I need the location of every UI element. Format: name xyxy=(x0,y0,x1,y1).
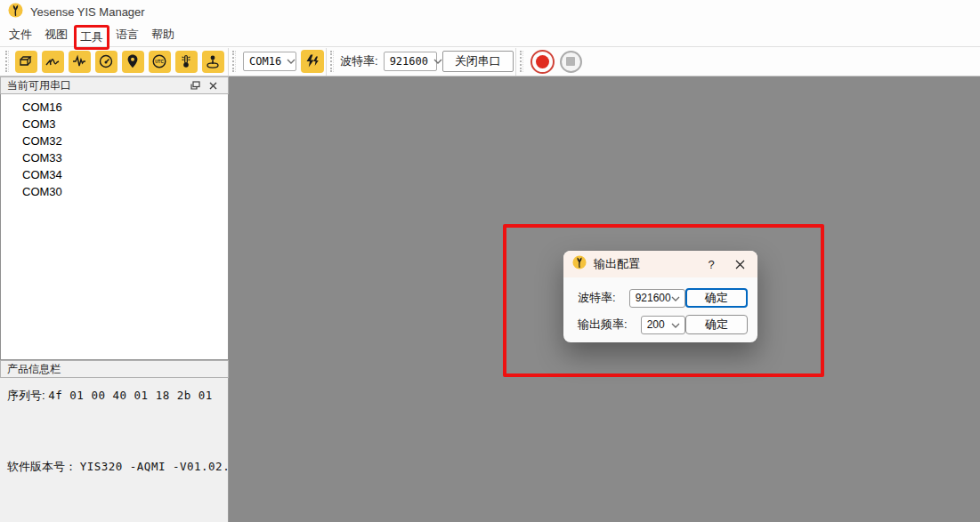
dialog-baud-select[interactable]: 921600 xyxy=(629,289,685,308)
menu-file[interactable]: 文件 xyxy=(3,23,38,46)
menu-view[interactable]: 视图 xyxy=(38,23,74,46)
left-dock-panel: 当前可用串口 COM16 COM3 COM32 COM33 COM34 COM3… xyxy=(0,76,229,522)
toolbar-grip[interactable] xyxy=(232,51,236,72)
available-ports-list: COM16 COM3 COM32 COM33 COM34 COM30 xyxy=(0,94,229,360)
dialog-logo-icon xyxy=(572,255,587,273)
app-logo-icon xyxy=(8,3,23,21)
utc-clock-icon[interactable]: UTC xyxy=(149,51,171,73)
software-version-label: 软件版本号： xyxy=(7,460,77,473)
svg-text:UTC: UTC xyxy=(155,60,164,64)
port-select-value: COM16 xyxy=(249,55,281,68)
info-panel-header: 产品信息栏 xyxy=(0,360,229,378)
dialog-output-rate-value: 200 xyxy=(647,318,665,331)
thermometer-icon[interactable] xyxy=(175,51,198,73)
serial-number-row: 序列号: 4f 01 00 40 01 18 2b 01 xyxy=(7,388,213,404)
workspace-area: 输出配置 ? 波特率: 921600 确定 输出频率: 200 xyxy=(230,76,980,522)
dialog-close-icon[interactable] xyxy=(725,253,754,276)
menu-bar: 文件 视图 工具 语言 帮助 xyxy=(0,23,980,47)
ports-panel-header: 当前可用串口 xyxy=(0,76,229,94)
stop-button[interactable] xyxy=(560,51,582,73)
stop-icon xyxy=(566,57,575,66)
chevron-down-icon xyxy=(287,59,296,64)
toolbar-separator xyxy=(228,48,229,76)
float-panel-icon[interactable] xyxy=(186,78,204,92)
list-item[interactable]: COM3 xyxy=(1,116,228,133)
location-pin-icon[interactable] xyxy=(122,51,144,73)
window-title: Yesense YIS Manager xyxy=(30,5,145,19)
dialog-output-rate-select[interactable]: 200 xyxy=(641,316,685,334)
list-item[interactable]: COM33 xyxy=(1,149,228,166)
menu-language[interactable]: 语言 xyxy=(109,23,145,46)
software-version-row: 软件版本号： YIS320 -AQMI -V01.02.03; xyxy=(7,459,251,475)
serial-number-label: 序列号: xyxy=(7,389,45,402)
dialog-output-rate-label: 输出频率: xyxy=(578,317,628,333)
dialog-title: 输出配置 xyxy=(594,256,640,272)
joystick-icon[interactable] xyxy=(202,51,224,73)
record-icon xyxy=(536,55,549,68)
output-rate-confirm-button[interactable]: 确定 xyxy=(685,315,748,334)
dialog-help-button[interactable]: ? xyxy=(697,253,725,276)
baud-rate-config-row: 波特率: 921600 确定 xyxy=(578,288,748,308)
toolbar: UTC COM16 波特率: 92160 xyxy=(0,47,980,76)
dialog-title-bar: 输出配置 ? xyxy=(563,251,757,277)
baud-rate-select[interactable]: 921600 xyxy=(384,52,437,71)
list-item[interactable]: COM34 xyxy=(1,166,228,183)
toolbar-grip[interactable] xyxy=(5,51,9,72)
dialog-baud-label: 波特率: xyxy=(578,290,616,306)
vibration-waveform-icon[interactable] xyxy=(69,51,91,73)
info-panel-title: 产品信息栏 xyxy=(7,362,61,377)
list-item[interactable]: COM32 xyxy=(1,133,228,149)
dialog-baud-value: 921600 xyxy=(636,292,671,304)
cube-icon[interactable] xyxy=(15,51,37,73)
menu-help[interactable]: 帮助 xyxy=(145,23,181,46)
toolbar-separator xyxy=(515,48,516,76)
title-bar: Yesense YIS Manager xyxy=(0,0,980,23)
chevron-down-icon xyxy=(671,292,680,304)
port-select[interactable]: COM16 xyxy=(243,52,296,71)
serial-number-value: 4f 01 00 40 01 18 2b 01 xyxy=(48,389,213,402)
close-panel-icon[interactable] xyxy=(204,78,222,92)
toolbar-grip[interactable] xyxy=(330,51,334,72)
ports-panel-title: 当前可用串口 xyxy=(7,78,71,93)
toolbar-separator xyxy=(326,48,327,76)
baud-rate-label: 波特率: xyxy=(340,53,378,69)
output-rate-config-row: 输出频率: 200 确定 xyxy=(578,315,748,334)
attitude-waveform-icon[interactable] xyxy=(42,51,64,73)
baud-confirm-button[interactable]: 确定 xyxy=(685,288,748,308)
record-button[interactable] xyxy=(530,50,555,74)
menu-tools[interactable]: 工具 xyxy=(74,25,109,50)
scan-ports-button[interactable] xyxy=(301,50,324,73)
baud-rate-value: 921600 xyxy=(390,55,428,68)
list-item[interactable]: COM16 xyxy=(1,99,228,116)
close-serial-port-button[interactable]: 关闭串口 xyxy=(442,51,514,72)
output-config-dialog: 输出配置 ? 波特率: 921600 确定 输出频率: 200 xyxy=(563,251,757,342)
list-item[interactable]: COM30 xyxy=(1,183,228,200)
product-info-panel: 序列号: 4f 01 00 40 01 18 2b 01 软件版本号： YIS3… xyxy=(0,378,228,522)
toolbar-grip[interactable] xyxy=(520,51,523,72)
gauge-icon[interactable] xyxy=(95,51,117,73)
chevron-down-icon xyxy=(433,59,442,64)
chevron-down-icon xyxy=(671,318,680,331)
software-version-value: YIS320 -AQMI -V01.02.03; xyxy=(80,460,252,473)
